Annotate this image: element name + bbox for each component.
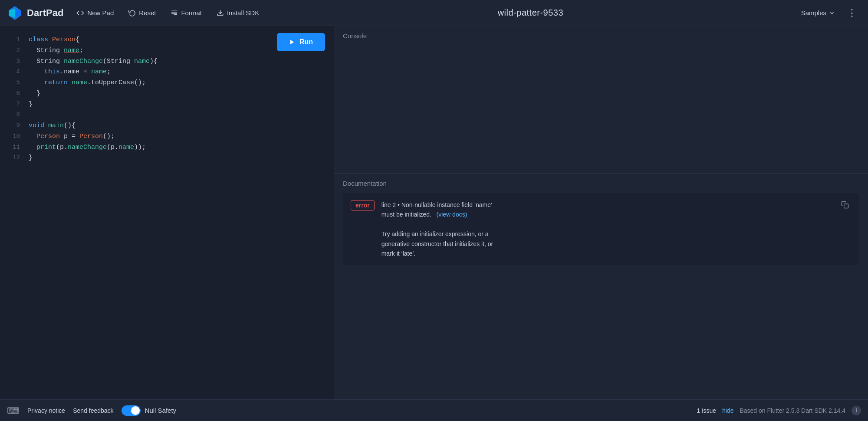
code-token: name [72,79,87,86]
play-icon [289,39,295,45]
reset-button[interactable]: Reset [122,6,162,20]
console-label: Console [343,32,859,39]
code-token: )); [134,144,146,151]
new-pad-label: New Pad [87,9,114,16]
samples-button[interactable]: Samples [796,6,840,20]
code-line: 3 String nameChange(String name){ [0,56,334,67]
code-line: 11 print(p.nameChange(p.name)); [0,142,334,153]
error-card: error line 2 • Non-nullable instance fie… [343,193,859,265]
line-content: String name; [29,46,83,56]
samples-label: Samples [801,9,826,16]
code-token: return [44,79,72,86]
documentation-section: Documentation error line 2 • Non-nullabl… [334,174,868,399]
error-message: line 2 • Non-nullable instance field ‘na… [381,200,493,258]
code-line: 4 this.name = name; [0,67,334,78]
line-content: } [29,89,40,99]
copy-button[interactable] [838,200,852,212]
dartpad-logo-icon [7,5,23,21]
line-number: 11 [7,142,20,152]
code-line: 5 return name.toUpperCase(); [0,78,334,89]
run-button[interactable]: Run [277,33,325,51]
right-panel: Console Documentation error line 2 • Non… [334,26,868,399]
main-content: Run 1class Person{2 String name;3 String… [0,26,868,399]
code-token: ){ [150,58,158,65]
console-section: Console [334,26,868,174]
code-token: (); [103,133,115,140]
code-line: 10 Person p = Person(); [0,132,334,142]
error-badge: error [351,200,375,210]
line-content: print(p.nameChange(p.name)); [29,142,146,153]
privacy-notice-link[interactable]: Privacy notice [27,407,65,414]
issue-count: 1 issue [697,407,716,414]
code-token: name [118,144,134,151]
line-number: 8 [7,110,20,120]
line-number: 10 [7,132,20,141]
info-icon[interactable]: i [852,406,861,415]
install-sdk-label: Install SDK [227,9,259,16]
code-token: main [48,122,64,129]
code-token: name [91,68,107,76]
line-content: class Person{ [29,35,79,46]
code-token: Person [79,133,103,140]
line-number: 2 [7,46,20,56]
code-token [29,68,44,76]
view-docs-link[interactable]: (view docs) [437,211,467,218]
footer: ⌨ Privacy notice Send feedback Null Safe… [0,399,868,421]
code-token: String [29,47,64,54]
svg-marker-8 [290,40,294,45]
install-sdk-button[interactable]: Install SDK [210,6,265,20]
code-token: ; [107,68,111,76]
line-content: } [29,153,33,164]
pad-name: wild-patter-9533 [268,8,793,18]
keyboard-icon: ⌨ [7,405,20,416]
hide-issues-link[interactable]: hide [722,407,733,414]
code-token: name [64,47,79,54]
editor-panel: Run 1class Person{2 String name;3 String… [0,26,334,399]
code-token: (p. [56,144,68,151]
code-token: ; [79,47,83,54]
line-content: void main(){ [29,121,76,132]
code-token: nameChange [64,58,103,65]
topbar: DartPad New Pad Reset Format Install SDK… [0,0,868,26]
code-editor[interactable]: 1class Person{2 String name;3 String nam… [0,26,334,399]
new-pad-button[interactable]: New Pad [70,6,120,20]
null-safety-label: Null Safety [145,407,177,414]
code-line: 9void main(){ [0,121,334,132]
line-number: 9 [7,121,20,131]
error-line1: line 2 • Non-nullable instance field ‘na… [381,201,493,208]
send-feedback-link[interactable]: Send feedback [73,407,113,414]
line-number: 1 [7,35,20,45]
code-token: Person [52,36,76,43]
reset-icon [128,9,136,16]
code-token: } [29,101,33,108]
line-content: } [29,99,33,110]
new-pad-icon [76,9,84,17]
code-token: String [29,58,64,65]
logo-area: DartPad [7,5,63,21]
line-number: 7 [7,99,20,109]
line-content: String nameChange(String name){ [29,56,158,67]
code-line: 6 } [0,89,334,99]
code-token: p = [60,133,79,140]
code-token: (p. [107,144,118,151]
line-content: Person p = Person(); [29,132,115,142]
line-number: 6 [7,89,20,99]
code-token: (){ [64,122,76,129]
code-token: class [29,36,52,43]
app-title: DartPad [27,7,63,19]
sdk-info: Based on Flutter 2.5.3 Dart SDK 2.14.4 [740,407,845,414]
more-options-button[interactable]: ⋮ [843,5,861,21]
error-hint: Try adding an initializer expression, or… [381,230,493,257]
code-token: (String [103,58,134,65]
svg-rect-9 [844,204,848,208]
line-number: 12 [7,153,20,163]
null-safety-toggle[interactable] [122,405,141,416]
format-button[interactable]: Format [164,6,208,20]
reset-label: Reset [139,9,156,16]
code-token: this [44,68,60,76]
line-content: this.name = name; [29,67,111,78]
null-safety-toggle-area: Null Safety [122,405,177,416]
footer-right: 1 issue hide Based on Flutter 2.5.3 Dart… [697,406,861,415]
line-content: return name.toUpperCase(); [29,78,146,89]
toggle-thumb [131,406,140,415]
